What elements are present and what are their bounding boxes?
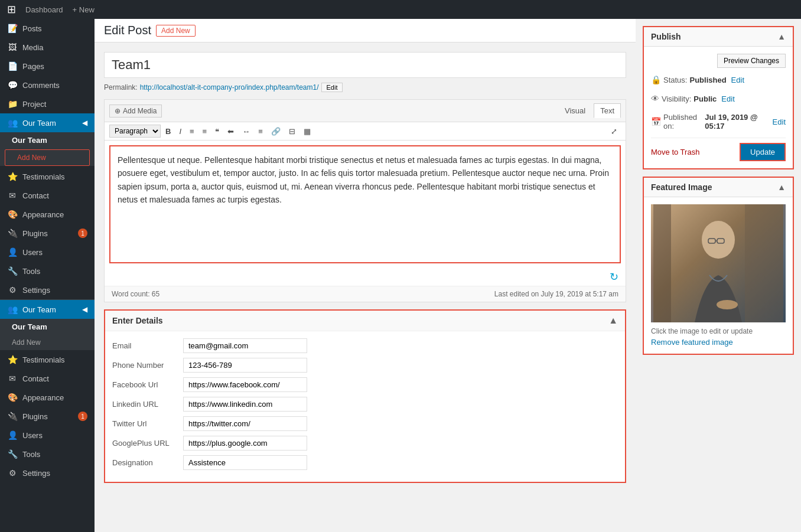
sidebar-item-settings-2[interactable]: ⚙ Settings	[0, 464, 95, 482]
visibility-edit-link[interactable]: Edit	[721, 94, 734, 103]
sidebar-item-settings-2-label: Settings	[22, 469, 50, 478]
details-toggle[interactable]: ▲	[608, 315, 618, 326]
sidebar-sub-our-team-label[interactable]: Our Team	[0, 132, 95, 148]
editor-content[interactable]: Pellentesque ut neque. Pellentesque habi…	[109, 145, 621, 263]
sidebar-item-appearance-1[interactable]: 🎨 Appearance	[0, 205, 95, 224]
details-table: Email Phone Number Facebook Url Linkedin…	[105, 331, 625, 482]
sidebar-item-posts-label: Posts	[22, 24, 42, 33]
app-body: 📝 Posts 🖼 Media 📄 Pages 💬 Comments 📁 Pro…	[0, 19, 801, 532]
sidebar-item-users-1[interactable]: 👤 Users	[0, 243, 95, 262]
top-bar: ⊞ Dashboard + New	[0, 0, 801, 19]
details-label-facebook: Facebook Url	[112, 380, 183, 389]
details-input-phone[interactable]	[183, 358, 307, 373]
visibility-row: 👁 Visibility: Public Edit	[651, 92, 786, 106]
ul-button[interactable]: ≡	[186, 125, 198, 138]
details-input-email[interactable]	[183, 338, 307, 353]
sidebar-sub-add-new-2[interactable]: Add New	[0, 335, 95, 350]
sidebar-item-contact-1[interactable]: ✉ Contact	[0, 186, 95, 205]
align-right-button[interactable]: ≡	[255, 125, 266, 138]
quote-button[interactable]: ❝	[211, 125, 223, 138]
sidebar: 📝 Posts 🖼 Media 📄 Pages 💬 Comments 📁 Pro…	[0, 19, 95, 532]
pages-icon: 📄	[7, 61, 18, 71]
add-media-button[interactable]: ⊕ Add Media	[109, 105, 162, 118]
move-to-trash-link[interactable]: Move to Trash	[651, 148, 699, 156]
settings-icon-1: ⚙	[7, 285, 18, 295]
topbar-dashboard[interactable]: Dashboard	[25, 5, 63, 14]
update-button[interactable]: Update	[740, 143, 786, 161]
publish-widget: Publish ▲ Preview Changes 🔒 Status: Publ…	[643, 26, 794, 169]
details-input-designation[interactable]	[183, 455, 307, 470]
paragraph-select[interactable]: Paragraph	[109, 125, 161, 138]
italic-button[interactable]: I	[175, 125, 185, 138]
sidebar-sub-add-new[interactable]: Add New	[5, 149, 90, 166]
post-title-input[interactable]	[104, 52, 626, 78]
featured-image-toggle[interactable]: ▲	[777, 182, 786, 192]
sidebar-item-tools-2-label: Tools	[22, 450, 40, 459]
plugin-badge-2: 1	[78, 412, 87, 421]
featured-image-container[interactable]	[651, 204, 786, 322]
wp-logo: ⊞	[7, 3, 16, 16]
link-button[interactable]: 🔗	[268, 125, 284, 138]
table-button[interactable]: ▦	[300, 125, 314, 138]
sidebar-item-pages[interactable]: 📄 Pages	[0, 57, 95, 76]
permalink-link[interactable]: http://localhost/alt-it-company-pro/inde…	[140, 83, 319, 92]
topbar-new[interactable]: + New	[73, 5, 95, 14]
publish-widget-toggle[interactable]: ▲	[777, 32, 786, 41]
featured-image[interactable]	[651, 204, 786, 322]
details-label-twitter: Twitter Url	[112, 419, 183, 428]
publish-widget-title: Publish	[651, 32, 681, 41]
tab-visual[interactable]: Visual	[559, 104, 591, 118]
unlink-button[interactable]: ⊟	[285, 125, 299, 138]
sidebar-item-users-2[interactable]: 👤 Users	[0, 426, 95, 445]
align-left-button[interactable]: ⬅	[224, 125, 237, 138]
visibility-label: Visibility:	[662, 94, 691, 103]
sidebar-item-tools-2[interactable]: 🔧 Tools	[0, 445, 95, 464]
remove-featured-image-link[interactable]: Remove featured image	[651, 338, 733, 347]
sidebar-item-project-label: Project	[22, 100, 46, 109]
sidebar-item-testimonials-2[interactable]: ⭐ Testimonials	[0, 350, 95, 369]
align-center-button[interactable]: ↔	[239, 125, 253, 138]
details-input-facebook[interactable]	[183, 377, 307, 392]
sidebar-item-tools-1[interactable]: 🔧 Tools	[0, 262, 95, 280]
sidebar-sub-our-team: Our Team Add New	[0, 132, 95, 166]
sidebar-item-contact-2[interactable]: ✉ Contact	[0, 369, 95, 388]
details-label-designation: Designation	[112, 458, 183, 467]
published-row: 📅 Published on: Jul 19, 2019 @ 05:17 Edi…	[651, 110, 786, 133]
preview-changes-button[interactable]: Preview Changes	[717, 54, 786, 68]
details-row-twitter: Twitter Url	[112, 416, 618, 431]
sidebar-item-our-team-2[interactable]: 👥 Our Team ◀	[0, 300, 95, 319]
details-input-linkedin[interactable]	[183, 397, 307, 412]
sidebar-item-testimonials-1[interactable]: ⭐ Testimonials	[0, 167, 95, 186]
sidebar-item-our-team-1-label: Our Team	[22, 119, 56, 128]
bold-button[interactable]: B	[162, 125, 174, 138]
refresh-icon[interactable]: ↻	[610, 270, 618, 283]
details-input-googleplus[interactable]	[183, 436, 307, 451]
sidebar-item-posts[interactable]: 📝 Posts	[0, 19, 95, 38]
sidebar-item-comments[interactable]: 💬 Comments	[0, 76, 95, 94]
sidebar-item-our-team-1[interactable]: 👥 Our Team ◀	[0, 113, 95, 132]
tab-text[interactable]: Text	[594, 103, 621, 118]
project-icon: 📁	[7, 99, 18, 109]
add-new-button[interactable]: Add New	[156, 25, 196, 37]
sidebar-item-settings-1[interactable]: ⚙ Settings	[0, 280, 95, 299]
permalink-label: Permalink:	[104, 83, 138, 92]
details-label-googleplus: GooglePlus URL	[112, 439, 183, 448]
sidebar-item-appearance-2[interactable]: 🎨 Appearance	[0, 388, 95, 407]
sidebar-sub-our-team-2-label[interactable]: Our Team	[0, 319, 95, 335]
sidebar-item-plugins-2[interactable]: 🔌 Plugins 1	[0, 407, 95, 426]
sidebar-item-media[interactable]: 🖼 Media	[0, 38, 95, 57]
sidebar-item-project[interactable]: 📁 Project	[0, 94, 95, 113]
testimonials-icon-2: ⭐	[7, 355, 18, 364]
our-team-icon-1: 👥	[7, 118, 18, 128]
sidebar-item-testimonials-2-label: Testimonials	[22, 355, 65, 364]
status-edit-link[interactable]: Edit	[731, 76, 744, 84]
published-edit-link[interactable]: Edit	[773, 118, 786, 126]
calendar-icon: 📅	[651, 117, 661, 126]
details-input-twitter[interactable]	[183, 416, 307, 431]
comments-icon: 💬	[7, 80, 18, 90]
ol-button[interactable]: ≡	[199, 125, 211, 138]
permalink-edit-button[interactable]: Edit	[321, 83, 343, 92]
fullscreen-button[interactable]: ⤢	[607, 125, 621, 138]
publish-widget-actions: Move to Trash Update	[651, 138, 786, 161]
sidebar-item-plugins-1[interactable]: 🔌 Plugins 1	[0, 224, 95, 243]
